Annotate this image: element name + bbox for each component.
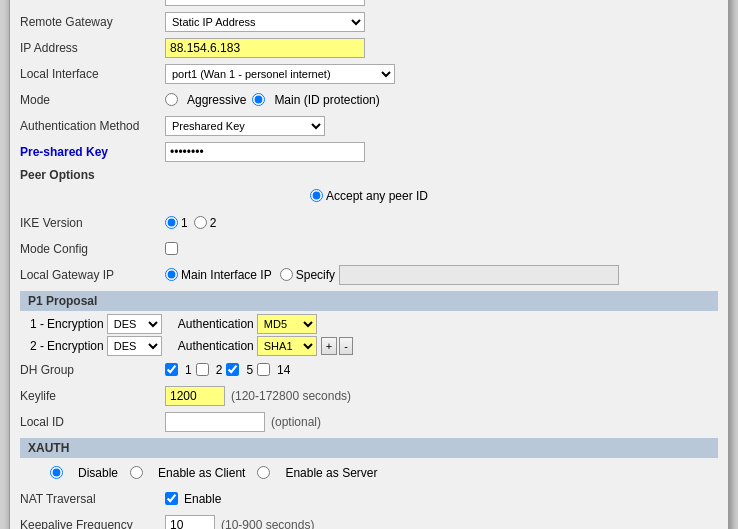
mode-config-checkbox[interactable] [165, 242, 178, 255]
xauth-disable-radio[interactable] [50, 466, 63, 479]
specify-radio[interactable] [280, 268, 293, 281]
xauth-disable-label: Disable [78, 466, 118, 480]
keylife-row: Keylife (120-172800 seconds) [20, 384, 718, 408]
ike-version-row: IKE Version 1 2 [20, 211, 718, 235]
local-id-label: Local ID [20, 415, 165, 429]
auth1-label: Authentication [178, 317, 254, 331]
specify-label: Specify [296, 268, 335, 282]
enc1-label: Encryption [47, 317, 104, 331]
mode-row: Mode Aggressive Main (ID protection) [20, 88, 718, 112]
keepalive-label: Keepalive Frequency [20, 518, 165, 530]
remote-gateway-select[interactable]: Static IP Address [165, 12, 365, 32]
mode-aggressive-radio[interactable] [165, 93, 178, 106]
enc2-select[interactable]: DES [107, 336, 162, 356]
mode-main-label: Main (ID protection) [274, 93, 379, 107]
nat-traversal-checkbox[interactable] [165, 492, 178, 505]
specify-input[interactable] [339, 265, 619, 285]
encryption1-row: 1 - Encryption DES Authentication MD5 [20, 314, 718, 334]
dh1-checkbox[interactable] [165, 363, 178, 376]
dh-checkboxes: 1 2 5 14 [165, 363, 290, 377]
comments-row: Comments 0/255 [20, 0, 718, 8]
dh5-label: 5 [246, 363, 253, 377]
comments-label: Comments [20, 0, 165, 3]
accept-peer-id-row: Accept any peer ID [20, 184, 718, 208]
auth1-select[interactable]: MD5 [257, 314, 317, 334]
xauth-header: XAUTH [20, 438, 718, 458]
keylife-note: (120-172800 seconds) [231, 389, 351, 403]
local-interface-row: Local Interface port1 (Wan 1 - personel … [20, 62, 718, 86]
xauth-client-label: Enable as Client [158, 466, 245, 480]
comments-input[interactable] [165, 0, 365, 6]
remote-gateway-row: Remote Gateway Static IP Address [20, 10, 718, 34]
dh-group-label: DH Group [20, 363, 165, 377]
accept-peer-id-radio[interactable] [310, 189, 323, 202]
enc2-num: 2 - [30, 339, 44, 353]
ip-address-label: IP Address [20, 41, 165, 55]
keepalive-row: Keepalive Frequency (10-900 seconds) [20, 513, 718, 530]
ike-version-label: IKE Version [20, 216, 165, 230]
auth2-select[interactable]: SHA1 [257, 336, 317, 356]
dh2-checkbox[interactable] [196, 363, 209, 376]
local-id-input[interactable] [165, 412, 265, 432]
ike-v1-radio[interactable] [165, 216, 178, 229]
accept-peer-id-label: Accept any peer ID [326, 189, 428, 203]
enc1-num: 1 - [30, 317, 44, 331]
dh14-label: 14 [277, 363, 290, 377]
preshared-key-label: Pre-shared Key [20, 145, 165, 159]
ip-address-input[interactable] [165, 38, 365, 58]
local-id-row: Local ID (optional) [20, 410, 718, 434]
keepalive-note: (10-900 seconds) [221, 518, 314, 530]
keylife-input[interactable] [165, 386, 225, 406]
p1-proposal-header: P1 Proposal [20, 291, 718, 311]
enc2-label: Encryption [47, 339, 104, 353]
xauth-server-radio[interactable] [257, 466, 270, 479]
xauth-client-radio[interactable] [130, 466, 143, 479]
mode-config-row: Mode Config [20, 237, 718, 261]
local-gateway-row: Local Gateway IP Main Interface IP Speci… [20, 263, 718, 287]
add-proposal-button[interactable]: + [321, 337, 337, 355]
keylife-label: Keylife [20, 389, 165, 403]
nat-traversal-row: NAT Traversal Enable [20, 487, 718, 511]
auth-method-label: Authentication Method [20, 119, 165, 133]
auth-method-row: Authentication Method Preshared Key [20, 114, 718, 138]
dh1-label: 1 [185, 363, 192, 377]
ip-address-row: IP Address [20, 36, 718, 60]
local-interface-label: Local Interface [20, 67, 165, 81]
xauth-row: Disable Enable as Client Enable as Serve… [20, 461, 718, 485]
mode-label: Mode [20, 93, 165, 107]
peer-options-label: Peer Options [20, 168, 718, 182]
remote-gateway-label: Remote Gateway [20, 15, 165, 29]
keepalive-input[interactable] [165, 515, 215, 530]
auth-method-select[interactable]: Preshared Key [165, 116, 325, 136]
mode-aggressive-label: Aggressive [187, 93, 246, 107]
mode-config-label: Mode Config [20, 242, 165, 256]
mode-main-radio[interactable] [252, 93, 265, 106]
dh14-checkbox[interactable] [257, 363, 270, 376]
comments-counter: 0/255 [369, 0, 397, 2]
encryption2-row: 2 - Encryption DES Authentication SHA1 +… [20, 336, 718, 356]
xauth-server-label: Enable as Server [285, 466, 377, 480]
dh5-checkbox[interactable] [226, 363, 239, 376]
mode-radio-group: Aggressive Main (ID protection) [165, 93, 380, 107]
nat-traversal-label: NAT Traversal [20, 492, 165, 506]
local-id-note: (optional) [271, 415, 321, 429]
remove-proposal-button[interactable]: - [339, 337, 353, 355]
main-interface-ip-radio[interactable] [165, 268, 178, 281]
preshared-key-row: Pre-shared Key [20, 140, 718, 164]
ike-v2-radio[interactable] [194, 216, 207, 229]
local-gateway-label: Local Gateway IP [20, 268, 165, 282]
local-interface-select[interactable]: port1 (Wan 1 - personel internet) [165, 64, 395, 84]
preshared-key-input[interactable] [165, 142, 365, 162]
auth2-label: Authentication [178, 339, 254, 353]
dh2-label: 2 [216, 363, 223, 377]
nat-traversal-enable-label: Enable [184, 492, 221, 506]
main-interface-ip-label: Main Interface IP [181, 268, 272, 282]
ike-v1-label: 1 [181, 216, 188, 230]
new-phase1-dialog: New Phase 1 Name Comments 0/255 Remote G… [9, 0, 729, 529]
dh-group-row: DH Group 1 2 5 14 [20, 358, 718, 382]
enc1-select[interactable]: DES [107, 314, 162, 334]
ike-v2-label: 2 [210, 216, 217, 230]
